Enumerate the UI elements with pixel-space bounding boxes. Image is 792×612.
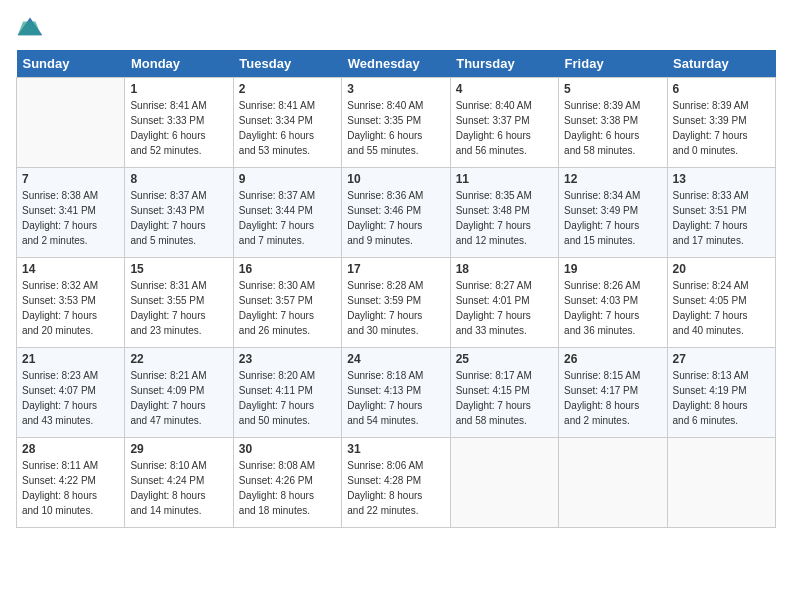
day-number: 5 [564,82,661,96]
week-row-5: 28Sunrise: 8:11 AM Sunset: 4:22 PM Dayli… [17,438,776,528]
day-number: 31 [347,442,444,456]
calendar-cell: 25Sunrise: 8:17 AM Sunset: 4:15 PM Dayli… [450,348,558,438]
day-number: 2 [239,82,336,96]
days-header-row: SundayMondayTuesdayWednesdayThursdayFrid… [17,50,776,78]
calendar-cell: 20Sunrise: 8:24 AM Sunset: 4:05 PM Dayli… [667,258,775,348]
calendar-cell: 19Sunrise: 8:26 AM Sunset: 4:03 PM Dayli… [559,258,667,348]
day-info: Sunrise: 8:26 AM Sunset: 4:03 PM Dayligh… [564,278,661,338]
calendar-cell: 4Sunrise: 8:40 AM Sunset: 3:37 PM Daylig… [450,78,558,168]
day-info: Sunrise: 8:35 AM Sunset: 3:48 PM Dayligh… [456,188,553,248]
calendar-cell: 1Sunrise: 8:41 AM Sunset: 3:33 PM Daylig… [125,78,233,168]
day-header-saturday: Saturday [667,50,775,78]
day-number: 8 [130,172,227,186]
calendar-cell: 27Sunrise: 8:13 AM Sunset: 4:19 PM Dayli… [667,348,775,438]
calendar-cell: 14Sunrise: 8:32 AM Sunset: 3:53 PM Dayli… [17,258,125,348]
calendar-cell: 2Sunrise: 8:41 AM Sunset: 3:34 PM Daylig… [233,78,341,168]
calendar-cell: 7Sunrise: 8:38 AM Sunset: 3:41 PM Daylig… [17,168,125,258]
day-number: 24 [347,352,444,366]
calendar-cell: 3Sunrise: 8:40 AM Sunset: 3:35 PM Daylig… [342,78,450,168]
day-number: 6 [673,82,770,96]
day-number: 19 [564,262,661,276]
day-number: 9 [239,172,336,186]
day-number: 15 [130,262,227,276]
day-info: Sunrise: 8:06 AM Sunset: 4:28 PM Dayligh… [347,458,444,518]
day-header-tuesday: Tuesday [233,50,341,78]
day-number: 17 [347,262,444,276]
logo-icon [16,16,44,38]
day-number: 12 [564,172,661,186]
day-info: Sunrise: 8:40 AM Sunset: 3:35 PM Dayligh… [347,98,444,158]
day-info: Sunrise: 8:39 AM Sunset: 3:39 PM Dayligh… [673,98,770,158]
day-info: Sunrise: 8:36 AM Sunset: 3:46 PM Dayligh… [347,188,444,248]
day-number: 26 [564,352,661,366]
day-number: 14 [22,262,119,276]
day-number: 1 [130,82,227,96]
day-header-friday: Friday [559,50,667,78]
day-info: Sunrise: 8:17 AM Sunset: 4:15 PM Dayligh… [456,368,553,428]
day-number: 11 [456,172,553,186]
day-info: Sunrise: 8:41 AM Sunset: 3:33 PM Dayligh… [130,98,227,158]
day-header-monday: Monday [125,50,233,78]
day-info: Sunrise: 8:41 AM Sunset: 3:34 PM Dayligh… [239,98,336,158]
calendar-table: SundayMondayTuesdayWednesdayThursdayFrid… [16,50,776,528]
day-info: Sunrise: 8:37 AM Sunset: 3:43 PM Dayligh… [130,188,227,248]
day-number: 29 [130,442,227,456]
day-info: Sunrise: 8:21 AM Sunset: 4:09 PM Dayligh… [130,368,227,428]
day-info: Sunrise: 8:10 AM Sunset: 4:24 PM Dayligh… [130,458,227,518]
calendar-cell: 17Sunrise: 8:28 AM Sunset: 3:59 PM Dayli… [342,258,450,348]
week-row-3: 14Sunrise: 8:32 AM Sunset: 3:53 PM Dayli… [17,258,776,348]
day-number: 25 [456,352,553,366]
calendar-cell: 11Sunrise: 8:35 AM Sunset: 3:48 PM Dayli… [450,168,558,258]
calendar-cell: 8Sunrise: 8:37 AM Sunset: 3:43 PM Daylig… [125,168,233,258]
day-header-thursday: Thursday [450,50,558,78]
week-row-1: 1Sunrise: 8:41 AM Sunset: 3:33 PM Daylig… [17,78,776,168]
day-info: Sunrise: 8:08 AM Sunset: 4:26 PM Dayligh… [239,458,336,518]
day-info: Sunrise: 8:24 AM Sunset: 4:05 PM Dayligh… [673,278,770,338]
calendar-cell: 5Sunrise: 8:39 AM Sunset: 3:38 PM Daylig… [559,78,667,168]
calendar-cell: 21Sunrise: 8:23 AM Sunset: 4:07 PM Dayli… [17,348,125,438]
day-number: 22 [130,352,227,366]
calendar-cell [450,438,558,528]
calendar-cell: 26Sunrise: 8:15 AM Sunset: 4:17 PM Dayli… [559,348,667,438]
calendar-cell: 18Sunrise: 8:27 AM Sunset: 4:01 PM Dayli… [450,258,558,348]
day-number: 28 [22,442,119,456]
day-info: Sunrise: 8:23 AM Sunset: 4:07 PM Dayligh… [22,368,119,428]
calendar-cell: 30Sunrise: 8:08 AM Sunset: 4:26 PM Dayli… [233,438,341,528]
week-row-2: 7Sunrise: 8:38 AM Sunset: 3:41 PM Daylig… [17,168,776,258]
calendar-cell: 29Sunrise: 8:10 AM Sunset: 4:24 PM Dayli… [125,438,233,528]
day-number: 23 [239,352,336,366]
calendar-cell: 16Sunrise: 8:30 AM Sunset: 3:57 PM Dayli… [233,258,341,348]
calendar-cell: 15Sunrise: 8:31 AM Sunset: 3:55 PM Dayli… [125,258,233,348]
header [16,16,776,38]
day-number: 13 [673,172,770,186]
day-info: Sunrise: 8:18 AM Sunset: 4:13 PM Dayligh… [347,368,444,428]
day-number: 18 [456,262,553,276]
day-info: Sunrise: 8:11 AM Sunset: 4:22 PM Dayligh… [22,458,119,518]
week-row-4: 21Sunrise: 8:23 AM Sunset: 4:07 PM Dayli… [17,348,776,438]
day-info: Sunrise: 8:20 AM Sunset: 4:11 PM Dayligh… [239,368,336,428]
calendar-cell [559,438,667,528]
day-number: 3 [347,82,444,96]
day-number: 4 [456,82,553,96]
calendar-cell: 23Sunrise: 8:20 AM Sunset: 4:11 PM Dayli… [233,348,341,438]
day-info: Sunrise: 8:37 AM Sunset: 3:44 PM Dayligh… [239,188,336,248]
day-info: Sunrise: 8:13 AM Sunset: 4:19 PM Dayligh… [673,368,770,428]
day-number: 27 [673,352,770,366]
day-header-sunday: Sunday [17,50,125,78]
day-number: 10 [347,172,444,186]
calendar-cell: 24Sunrise: 8:18 AM Sunset: 4:13 PM Dayli… [342,348,450,438]
day-info: Sunrise: 8:38 AM Sunset: 3:41 PM Dayligh… [22,188,119,248]
day-info: Sunrise: 8:34 AM Sunset: 3:49 PM Dayligh… [564,188,661,248]
calendar-cell: 12Sunrise: 8:34 AM Sunset: 3:49 PM Dayli… [559,168,667,258]
day-info: Sunrise: 8:39 AM Sunset: 3:38 PM Dayligh… [564,98,661,158]
day-info: Sunrise: 8:28 AM Sunset: 3:59 PM Dayligh… [347,278,444,338]
calendar-cell: 28Sunrise: 8:11 AM Sunset: 4:22 PM Dayli… [17,438,125,528]
day-number: 21 [22,352,119,366]
calendar-cell: 10Sunrise: 8:36 AM Sunset: 3:46 PM Dayli… [342,168,450,258]
logo [16,16,48,38]
day-number: 7 [22,172,119,186]
calendar-cell: 13Sunrise: 8:33 AM Sunset: 3:51 PM Dayli… [667,168,775,258]
day-info: Sunrise: 8:15 AM Sunset: 4:17 PM Dayligh… [564,368,661,428]
day-info: Sunrise: 8:32 AM Sunset: 3:53 PM Dayligh… [22,278,119,338]
calendar-cell: 9Sunrise: 8:37 AM Sunset: 3:44 PM Daylig… [233,168,341,258]
